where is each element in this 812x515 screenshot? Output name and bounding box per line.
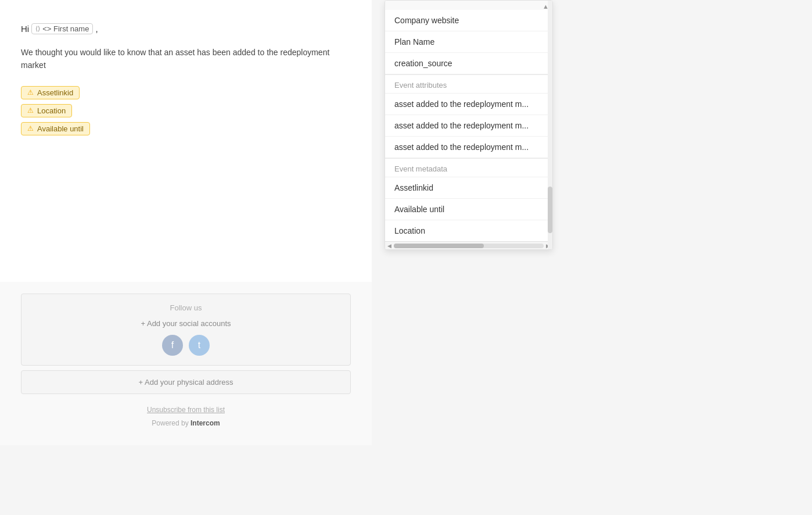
body-text: We thought you would like to know that a…	[21, 46, 351, 72]
badge-label: Location	[37, 106, 66, 115]
dropdown-item-company-website[interactable]: Company website	[385, 10, 552, 31]
event-metadata-header: Event metadata	[385, 158, 552, 177]
hi-text: Hi	[21, 24, 29, 34]
footer-area: Follow us + Add your social accounts f t…	[0, 282, 372, 445]
warning-icon: ⚠	[27, 124, 34, 133]
horizontal-scrollbar[interactable]: ◀ ▶	[385, 241, 552, 249]
dropdown-item-plan-name[interactable]: Plan Name	[385, 31, 552, 53]
dropdown-scroll-area[interactable]: Company website Plan Name creation_sourc…	[385, 10, 552, 241]
greeting-line: Hi ⟨⟩ <> First name ,	[21, 23, 351, 34]
dropdown-item-event-attr-3[interactable]: asset added to the redeployment m...	[385, 137, 552, 158]
badge-location[interactable]: ⚠ Location	[21, 104, 72, 117]
warning-icon: ⚠	[27, 88, 34, 96]
email-preview: Hi ⟨⟩ <> First name , We thought you wou…	[0, 0, 372, 291]
comma: ,	[95, 24, 98, 34]
twitter-icon[interactable]: t	[189, 335, 210, 356]
scroll-left-arrow[interactable]: ◀	[387, 243, 391, 249]
diamond-icon: ⟨⟩	[35, 25, 40, 33]
dropdown-panel: ▲ Company website Plan Name creation_sou…	[385, 0, 553, 250]
powered-by-prefix: Powered by	[152, 419, 191, 427]
h-scroll-track	[394, 244, 544, 248]
event-attributes-header: Event attributes	[385, 74, 552, 94]
powered-by: Powered by Intercom	[152, 419, 220, 427]
add-address-button[interactable]: + Add your physical address	[21, 370, 351, 394]
top-scroll-area: ▲	[385, 1, 552, 10]
dropdown-item-creation-source[interactable]: creation_source	[385, 53, 552, 74]
dropdown-item-meta-available-until[interactable]: Available until	[385, 199, 552, 220]
badge-label: Available until	[37, 124, 84, 133]
badge-assetlinkid[interactable]: ⚠ Assetlinkid	[21, 86, 80, 99]
social-icons-row: f t	[31, 335, 341, 356]
unsubscribe-link[interactable]: Unsubscribe from this list	[21, 406, 351, 414]
first-name-tag[interactable]: ⟨⟩ <> First name	[31, 23, 93, 34]
scroll-thumb	[548, 187, 552, 233]
dropdown-item-event-attr-2[interactable]: asset added to the redeployment m...	[385, 115, 552, 137]
facebook-icon[interactable]: f	[162, 335, 183, 356]
h-scroll-thumb	[394, 244, 484, 248]
footer-links: Unsubscribe from this list Powered by In…	[21, 406, 351, 428]
badge-label: Assetlinkid	[37, 88, 73, 97]
badge-available-until[interactable]: ⚠ Available until	[21, 122, 90, 135]
warning-icon: ⚠	[27, 106, 34, 115]
follow-us-title: Follow us	[31, 303, 341, 312]
first-name-label: <> First name	[42, 24, 89, 33]
dropdown-item-meta-assetlinkid[interactable]: Assetlinkid	[385, 177, 552, 199]
follow-us-box: Follow us + Add your social accounts f t	[21, 294, 351, 366]
dropdown-item-event-attr-1[interactable]: asset added to the redeployment m...	[385, 94, 552, 115]
dropdown-item-meta-location[interactable]: Location	[385, 220, 552, 241]
powered-by-brand: Intercom	[191, 419, 220, 427]
add-social-button[interactable]: + Add your social accounts	[31, 319, 341, 328]
vertical-scrollbar[interactable]	[548, 1, 552, 249]
badge-list: ⚠ Assetlinkid ⚠ Location ⚠ Available unt…	[21, 86, 351, 135]
